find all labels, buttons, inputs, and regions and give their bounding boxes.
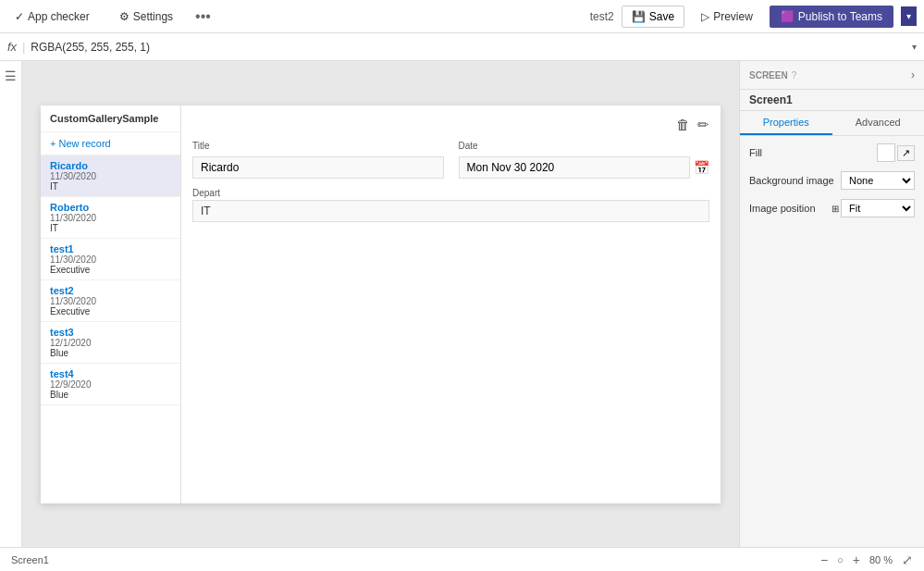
gallery-list-item[interactable]: Roberto 11/30/2020 IT: [41, 197, 180, 239]
gallery-item-date: 11/30/2020: [50, 296, 171, 306]
fill-control: ↗: [877, 143, 915, 162]
expand-button[interactable]: ⤢: [902, 552, 913, 567]
image-position-select[interactable]: Fit: [841, 199, 915, 217]
gear-icon: ⚙: [119, 10, 129, 23]
title-input[interactable]: [192, 156, 444, 179]
app-checker-button[interactable]: ✓ App checker: [7, 6, 97, 27]
zoom-circle-icon: ○: [837, 554, 844, 565]
formula-input[interactable]: [31, 41, 906, 54]
app-name: test2: [590, 10, 614, 23]
gallery-item-date: 11/30/2020: [50, 254, 171, 265]
form-actions: 🗑 ✏: [192, 117, 709, 133]
left-icon-bar: ☰: [0, 61, 22, 547]
gallery-item-dept: Blue: [50, 348, 171, 358]
gallery-item-name: Ricardo: [50, 160, 171, 171]
preview-button[interactable]: ▷ Preview: [692, 6, 762, 27]
right-panel: SCREEN ? › Screen1 Properties Advanced F…: [739, 61, 924, 547]
fill-expand-button[interactable]: ↗: [897, 145, 915, 161]
top-bar: ✓ App checker ⚙ Settings ••• test2 💾 Sav…: [0, 0, 924, 33]
main-area: ☰ CustomGallerySample + New record Ricar…: [0, 61, 924, 547]
formula-separator: |: [22, 41, 25, 54]
panel-tabs: Properties Advanced: [740, 111, 924, 136]
delete-button[interactable]: 🗑: [676, 117, 690, 133]
save-button[interactable]: 💾 Save: [622, 6, 684, 28]
gallery-item-date: 11/30/2020: [50, 213, 171, 223]
dots-icon: •••: [195, 8, 211, 24]
fill-label: Fill: [749, 147, 873, 158]
gallery-title: CustomGallerySample: [41, 106, 180, 132]
publish-button[interactable]: 🟪 Publish to Teams: [770, 6, 893, 28]
save-icon: 💾: [632, 10, 646, 23]
fill-color-swatch[interactable]: [877, 143, 895, 162]
play-icon: ▷: [701, 10, 709, 23]
edit-button[interactable]: ✏: [697, 117, 709, 133]
gallery-item-name: test4: [50, 368, 171, 379]
background-image-label: Background image: [749, 175, 837, 186]
right-panel-header: SCREEN ? ›: [740, 61, 924, 90]
status-bar: Screen1 − ○ + 80 % ⤢: [0, 547, 924, 571]
zoom-in-button[interactable]: +: [853, 552, 860, 567]
gallery-panel: CustomGallerySample + New record Ricardo…: [41, 106, 181, 503]
gallery-items-container: Ricardo 11/30/2020 IT Roberto 11/30/2020…: [41, 155, 180, 405]
formula-chevron[interactable]: ▾: [912, 42, 917, 52]
canvas-area: CustomGallerySample + New record Ricardo…: [22, 61, 739, 547]
date-input[interactable]: [459, 156, 691, 179]
gallery-item-date: 12/1/2020: [50, 338, 171, 348]
gallery-list-item[interactable]: Ricardo 11/30/2020 IT: [41, 155, 180, 197]
app-checker-icon: ✓: [15, 10, 24, 23]
screen-label-row: SCREEN ?: [749, 70, 796, 81]
image-position-row: Image position ⊞ Fit: [749, 199, 915, 217]
depart-row: Depart IT: [192, 188, 709, 222]
status-right: − ○ + 80 % ⤢: [820, 552, 913, 567]
gallery-item-date: 11/30/2020: [50, 171, 171, 181]
gallery-item-date: 12/9/2020: [50, 379, 171, 390]
gallery-item-dept: Executive: [50, 306, 171, 317]
top-bar-left: ✓ App checker ⚙ Settings •••: [7, 6, 211, 27]
zoom-level: 80 %: [869, 554, 893, 565]
publish-chevron-button[interactable]: ▾: [901, 6, 917, 26]
properties-tab[interactable]: Properties: [740, 111, 832, 135]
depart-label: Depart: [192, 188, 709, 198]
hamburger-icon[interactable]: ☰: [5, 68, 17, 83]
background-image-row: Background image None: [749, 171, 915, 190]
fit-icon: ⊞: [832, 204, 839, 214]
new-record-button[interactable]: + New record: [41, 132, 180, 155]
date-input-wrap: 📅: [459, 156, 710, 179]
date-field: Date 📅: [459, 141, 710, 179]
gallery-item-dept: IT: [50, 223, 171, 233]
date-label: Date: [459, 141, 710, 151]
zoom-out-button[interactable]: −: [820, 552, 828, 567]
gallery-list-item[interactable]: test2 11/30/2020 Executive: [41, 280, 180, 322]
calendar-icon[interactable]: 📅: [694, 160, 709, 175]
teams-icon: 🟪: [781, 10, 795, 23]
screen-canvas: CustomGallerySample + New record Ricardo…: [41, 106, 721, 503]
gallery-list-item[interactable]: test1 11/30/2020 Executive: [41, 239, 180, 280]
status-screen-name: Screen1: [11, 554, 49, 565]
gallery-list-item[interactable]: test4 12/9/2020 Blue: [41, 364, 180, 405]
title-date-row: Title Date 📅: [192, 141, 709, 179]
top-bar-right: test2 💾 Save ▷ Preview 🟪 Publish to Team…: [590, 6, 917, 28]
advanced-tab[interactable]: Advanced: [832, 111, 925, 135]
gallery-item-dept: Executive: [50, 265, 171, 275]
settings-button[interactable]: ⚙ Settings: [112, 6, 180, 27]
form-area: 🗑 ✏ Title Date 📅: [181, 106, 721, 503]
background-image-select[interactable]: None: [841, 171, 915, 190]
more-options-button[interactable]: •••: [195, 8, 211, 25]
screen-label: SCREEN: [749, 70, 788, 81]
fx-label: fx: [7, 40, 17, 54]
panel-chevron-icon[interactable]: ›: [911, 68, 915, 81]
panel-content: Fill ↗ Background image None Image posit…: [740, 136, 924, 225]
image-position-label: Image position: [749, 203, 828, 214]
gallery-item-name: Roberto: [50, 202, 171, 213]
screen-help-icon[interactable]: ?: [792, 70, 797, 81]
gallery-item-name: test2: [50, 285, 171, 296]
formula-bar: fx | ▾: [0, 33, 924, 61]
fill-row: Fill ↗: [749, 143, 915, 162]
image-position-control: ⊞ Fit: [832, 199, 915, 217]
gallery-item-name: test3: [50, 327, 171, 338]
depart-box: IT: [192, 200, 709, 222]
gallery-item-name: test1: [50, 243, 171, 254]
gallery-item-dept: Blue: [50, 390, 171, 400]
gallery-item-dept: IT: [50, 181, 171, 192]
gallery-list-item[interactable]: test3 12/1/2020 Blue: [41, 322, 180, 364]
